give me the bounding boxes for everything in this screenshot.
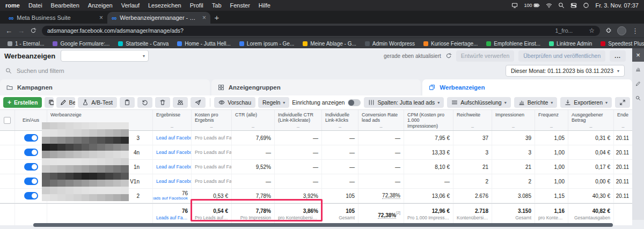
column-header-link-klicks[interactable]: Individuelle Link-Klicks– — [322, 110, 358, 130]
ad-active-toggle[interactable] — [24, 192, 38, 200]
reload-icon[interactable] — [30, 27, 36, 34]
tab-close-icon[interactable]: × — [99, 14, 103, 21]
account-selector[interactable]: ▾ — [61, 50, 149, 62]
menu-bar-clock[interactable]: Fr. 3. Nov. 07:37 — [595, 2, 639, 9]
reports-button[interactable]: Berichte▾ — [514, 97, 558, 108]
spotlight-search-icon[interactable] — [558, 2, 565, 9]
tab-close-icon[interactable]: × — [202, 14, 206, 21]
bookmark-star-icon[interactable]: ☆ — [589, 27, 595, 34]
result-type-link[interactable]: Lead auf Facebook — [153, 131, 192, 145]
audience-button[interactable] — [173, 97, 188, 108]
menu-item-bearbeiten[interactable]: Bearbeiten — [47, 2, 84, 9]
menu-item-datei[interactable]: Datei — [24, 2, 47, 9]
bookmark-item[interactable]: 1 - Eternal... — [3, 41, 48, 47]
search-icon[interactable] — [632, 91, 644, 105]
screen-mirroring-icon[interactable] — [511, 2, 518, 9]
column-header-conversion-rate[interactable]: Conversion Rate lead ads– — [358, 110, 404, 130]
column-header-ctr[interactable]: CTR (alle)– — [232, 110, 275, 130]
result-type-link[interactable]: Lead auf Facebook — [153, 174, 192, 188]
date-range-selector[interactable]: Dieser Monat: 01.11.2023 bis 03.11.2023 … — [506, 65, 625, 77]
ad-active-toggle[interactable] — [24, 163, 38, 171]
undo-button[interactable] — [137, 97, 152, 108]
close-icon[interactable]: × — [632, 48, 644, 62]
siri-icon[interactable] — [583, 2, 589, 9]
setup-toggle[interactable] — [348, 99, 361, 106]
bookmark-item[interactable]: Startseite - Canva — [114, 41, 173, 47]
preview-button[interactable]: Vorschau — [214, 97, 255, 108]
profile-avatar[interactable] — [617, 26, 626, 35]
undo-icon — [142, 99, 148, 106]
column-header-reichweite[interactable]: Reichweite– — [453, 110, 492, 130]
review-publish-button[interactable]: Überprüfen und veröffentlichen — [518, 50, 605, 62]
refresh-icon[interactable] — [445, 53, 452, 59]
menu-item-tab[interactable]: Tab — [208, 2, 226, 9]
column-header-impressionen[interactable]: Impressionen– — [492, 110, 535, 130]
menu-item-profil[interactable]: Profil — [186, 2, 208, 9]
search-input[interactable] — [16, 67, 243, 75]
discard-drafts-button[interactable]: Entwürfe verwerfen — [456, 50, 514, 62]
column-header-individuelle-ctr[interactable]: Individuelle CTR (Link-Klickrate)– — [275, 110, 322, 130]
insights-chart-icon[interactable] — [632, 62, 644, 76]
edit-button[interactable]: Bearbeiten ▾ — [56, 97, 76, 108]
delete-button[interactable] — [155, 97, 170, 108]
url-field[interactable]: adsmanager.facebook.com/adsmanager/manag… — [42, 26, 600, 36]
menu-item-lesezeichen[interactable]: Lesezeichen — [144, 2, 186, 9]
tab-anzeigengruppen[interactable]: Anzeigengruppen — [211, 79, 421, 95]
clipboard-button[interactable] — [120, 97, 135, 108]
edit-pencil-icon[interactable] — [632, 76, 644, 91]
result-type-link[interactable]: Lead auf Facebook — [153, 145, 192, 159]
columns-button[interactable]: Spalten: Jutta lead ads▾ — [364, 97, 444, 108]
bookmark-item[interactable]: Meine Ablage - G... — [298, 41, 361, 47]
tab-werbeanzeigen[interactable]: Werbeanzeigen — [422, 79, 632, 95]
breakdown-button[interactable]: Aufschlüsselung▾ — [447, 97, 510, 108]
ad-active-toggle[interactable] — [24, 178, 38, 185]
column-header-cpm[interactable]: CPM (Kosten pro 1.000 Impressionen)– — [404, 110, 453, 130]
column-header-frequenz[interactable]: Frequenz– — [535, 110, 568, 130]
column-header-ende[interactable]: Ende– — [614, 110, 632, 130]
tab-kampagnen[interactable]: Kampagnen — [0, 79, 210, 95]
extensions-puzzle-icon[interactable] — [605, 27, 612, 34]
browser-tab-bar: ∞ Meta Business Suite × ∞ Werbeanzeigenm… — [0, 11, 644, 24]
column-header-ergebnisse[interactable]: Ergebnisse– — [153, 110, 192, 130]
bookmark-item[interactable]: Empfohlene Einst... — [482, 41, 545, 47]
wifi-icon[interactable] — [546, 2, 552, 9]
bookmark-item[interactable]: Speedtest Plus für... — [596, 41, 644, 47]
result-type-link[interactable]: Leads auf Facebook — [156, 215, 188, 221]
bookmark-item[interactable]: Kuriose Feiertage... — [419, 41, 482, 47]
ab-test-button[interactable]: A/B-Test — [78, 97, 117, 108]
battery-icon[interactable]: 100 — [524, 2, 540, 9]
expand-button[interactable] — [615, 97, 630, 108]
bookmark-item[interactable]: Google Formulare:... — [48, 41, 114, 47]
control-center-icon[interactable] — [570, 2, 577, 9]
ad-active-toggle[interactable] — [24, 134, 38, 142]
menu-app-name[interactable]: rome — [5, 2, 24, 9]
tab-werbeanzeigenmanager[interactable]: ∞ Werbeanzeigenmanager - We... × — [107, 12, 210, 24]
result-type-link[interactable]: Lead auf Facebook — [153, 160, 192, 174]
back-icon[interactable]: ← — [5, 27, 12, 34]
column-header-betrag[interactable]: Ausgegebener Betrag– — [568, 110, 614, 130]
export-button[interactable]: Exportieren▾ — [560, 97, 612, 108]
promote-button[interactable] — [191, 97, 206, 108]
rules-button[interactable]: Regeln▾ — [258, 97, 289, 108]
bookmark-item[interactable]: Linktree Admin — [545, 41, 596, 47]
column-header-kosten[interactable]: Kosten pro Ergebnis– — [192, 110, 232, 130]
result-type-link[interactable]: Leads auf Facebook — [153, 196, 188, 201]
bookmark-item[interactable]: Lorem ipsum - Ge... — [235, 41, 298, 47]
search-filter[interactable] — [5, 67, 501, 75]
tab-meta-business-suite[interactable]: ∞ Meta Business Suite × — [4, 12, 107, 24]
forward-icon[interactable]: → — [18, 27, 25, 34]
new-tab-button[interactable]: + — [210, 12, 223, 24]
menu-item-verlauf[interactable]: Verlauf — [117, 2, 144, 9]
bookmark-item[interactable]: Home - Jutta Hell... — [173, 41, 235, 47]
browser-menu-icon[interactable]: ⋮ — [632, 27, 639, 34]
duplicate-button[interactable]: ▾ — [45, 97, 53, 108]
select-all-checkbox[interactable] — [4, 117, 11, 124]
menu-item-fenster[interactable]: Fenster — [226, 2, 254, 9]
more-options-button[interactable]: ... — [610, 50, 626, 62]
menu-item-hilfe[interactable]: Hilfe — [254, 2, 275, 9]
menu-item-anzeigen[interactable]: Anzeigen — [84, 2, 117, 9]
horizontal-scrollbar-thumb[interactable] — [33, 223, 613, 227]
create-button[interactable]: +Erstellen — [3, 97, 42, 108]
ad-active-toggle[interactable] — [24, 149, 38, 156]
bookmark-item[interactable]: Admin Wordpress — [361, 41, 419, 47]
